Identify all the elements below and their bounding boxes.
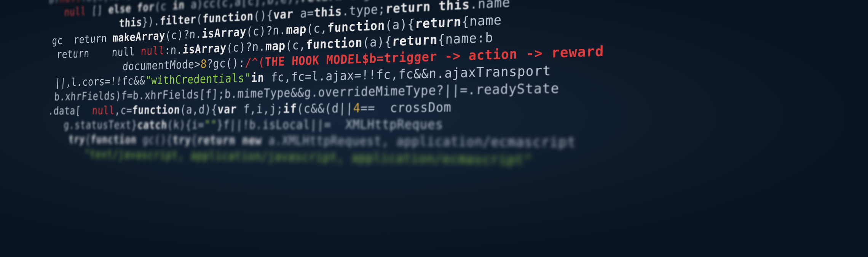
code-token <box>604 43 613 59</box>
code-token: "text/javascript, application/javascript… <box>84 147 533 167</box>
code-token: try <box>68 133 85 146</box>
code-token: }). <box>142 14 160 29</box>
code-token: == crossDom <box>360 100 452 115</box>
code-token: (c, <box>285 38 306 53</box>
code-token: "" <box>204 118 217 132</box>
code-token: (a){ <box>362 34 392 50</box>
code-token: {name:b <box>437 29 502 47</box>
code-token: try <box>172 133 191 147</box>
code-token: (c&&(d|| <box>297 101 353 116</box>
code-token: catch <box>137 118 168 131</box>
code-token: (c)?n. <box>165 27 202 42</box>
code-token: ( <box>196 12 203 26</box>
code-token: b? <box>49 0 60 5</box>
code-token: { <box>191 133 198 147</box>
code-token: function <box>327 18 385 35</box>
code-token <box>40 147 85 160</box>
code-token: :n. <box>164 43 183 57</box>
code-token: [] <box>86 3 108 17</box>
code-token: a= <box>293 6 314 21</box>
code-token: return null <box>46 45 141 61</box>
code-token: this <box>119 15 142 29</box>
code-token: map <box>265 39 286 53</box>
code-token: return <box>415 14 462 31</box>
code-token: gc(){ <box>136 133 173 147</box>
code-token: in <box>251 71 265 85</box>
code-token: g.statusText} <box>42 118 138 132</box>
code-token: return new <box>197 133 262 147</box>
code-token: this <box>314 4 342 19</box>
code-token: (c, <box>306 21 328 36</box>
code-token: ||,l.cors=!!fc&& <box>44 74 146 89</box>
code-token: null <box>92 104 115 117</box>
code-token: (c <box>154 0 173 13</box>
code-token: function <box>132 103 180 117</box>
code-token: var <box>217 102 237 116</box>
code-token: in <box>172 0 185 12</box>
code-token: 4 <box>353 101 361 116</box>
code-token: var <box>273 7 294 22</box>
code-photograph: each(function(c){|so.test(c)||"*"(a[a,e,… <box>0 0 868 257</box>
code-token: null <box>64 5 86 18</box>
code-token: makeArray <box>112 29 166 45</box>
code-token: map <box>286 22 307 37</box>
code-token: isArray <box>201 25 246 40</box>
code-token: .data[ <box>43 104 93 117</box>
code-token: function <box>306 35 363 51</box>
code-token: return <box>392 32 438 49</box>
code-token: }f||!b.isLocal||= XMLHttpReques <box>217 117 444 132</box>
code-token: ,c= <box>115 103 132 117</box>
code-token: 8 <box>200 57 207 71</box>
code-token: (){ <box>253 8 273 23</box>
code-token: /^( <box>245 55 265 69</box>
code-token: function <box>202 9 254 26</box>
code-token: ?gc(): <box>206 56 245 71</box>
code-token: if <box>283 101 297 116</box>
code-token <box>48 6 65 19</box>
code-token: .type; <box>342 2 386 18</box>
code-token: else for <box>108 0 155 16</box>
code-token: (a,d){ <box>180 102 218 116</box>
code-token: (c)?n. <box>246 23 286 39</box>
code-token: {name <box>461 11 510 29</box>
code-token: (k){i= <box>167 118 204 132</box>
code-token: function <box>90 133 137 146</box>
code-token <box>41 133 69 146</box>
code-token: .name <box>470 0 519 12</box>
code-token: "withCredentials" <box>145 71 251 87</box>
code-surface: each(function(c){|so.test(c)||"*"(a[a,e,… <box>33 0 868 257</box>
code-token: filter <box>160 12 196 27</box>
code-token: null <box>140 43 165 58</box>
code-token: (a){ <box>385 16 415 32</box>
code-token: gc return <box>46 32 113 47</box>
code-token: a.XMLHttpRequest, application/ecmascript <box>262 133 576 150</box>
code-token: f,i,j; <box>236 101 283 116</box>
code-token: isArray <box>182 41 227 56</box>
code-token: (c)?n. <box>226 39 266 55</box>
